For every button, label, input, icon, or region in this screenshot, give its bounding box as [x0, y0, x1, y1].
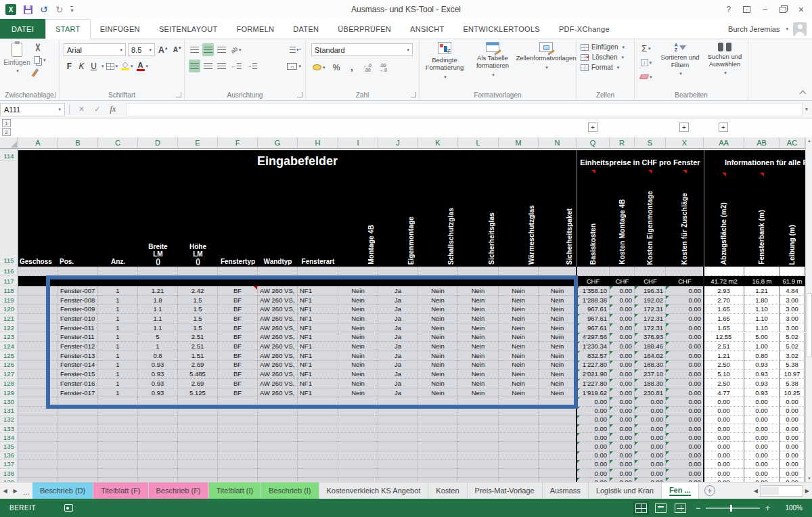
cell-N119[interactable]: Nein: [539, 296, 577, 305]
cell-J136[interactable]: [378, 451, 418, 460]
cell-H126[interactable]: NF1: [298, 361, 338, 370]
cell-N116[interactable]: [539, 267, 577, 276]
cell-AB124[interactable]: 1.00: [744, 342, 780, 351]
row-header-137[interactable]: 137: [0, 460, 18, 469]
cell-L118[interactable]: Nein: [458, 286, 499, 296]
column-header-D[interactable]: D: [138, 137, 178, 149]
cell-AB134[interactable]: 0.00: [744, 433, 780, 442]
cell-J122[interactable]: Ja: [378, 323, 418, 333]
cell-D135[interactable]: [138, 442, 178, 451]
cell-R135[interactable]: 0.00: [610, 442, 635, 451]
cell-C128[interactable]: 1: [98, 379, 138, 388]
cell-AB133[interactable]: 0.00: [744, 424, 780, 433]
cell-K120[interactable]: Nein: [418, 305, 458, 314]
cell-A122[interactable]: [18, 323, 58, 333]
cell-S134[interactable]: 0.00: [635, 433, 666, 442]
cell-G125[interactable]: AW 260 VS,: [258, 351, 298, 361]
row-header-120[interactable]: 120: [0, 305, 18, 314]
cell-A129[interactable]: [18, 388, 58, 398]
outline-level-1-button[interactable]: 1: [2, 119, 11, 127]
cell-N138[interactable]: [539, 469, 577, 478]
cell-M119[interactable]: Nein: [499, 296, 539, 305]
cell-L129[interactable]: Nein: [458, 388, 499, 398]
cell-M137[interactable]: [499, 460, 539, 469]
sheet-nav-right-icon[interactable]: ▶: [10, 482, 20, 499]
sheet-tab-titelblatt-f-[interactable]: Titelblatt (F): [93, 482, 148, 499]
cell-E137[interactable]: [178, 460, 218, 469]
delete-cells-button[interactable]: ×Löschen▾: [581, 53, 625, 61]
font-size-select[interactable]: 8.5▾: [128, 43, 155, 56]
cell-Q121[interactable]: 967.61: [577, 314, 610, 323]
autosum-button[interactable]: Σ▾: [639, 43, 654, 54]
cell-G133[interactable]: [258, 424, 298, 433]
cell-AB125[interactable]: 0.80: [744, 351, 780, 361]
cut-icon[interactable]: [34, 43, 42, 51]
cell-R121[interactable]: 0.00: [610, 314, 635, 323]
cell-AA130[interactable]: 0.00: [704, 397, 744, 406]
cell-G122[interactable]: AW 260 VS,: [258, 323, 298, 333]
cell-S120[interactable]: 172.31: [635, 305, 666, 314]
cell-F123[interactable]: BF: [218, 333, 258, 342]
align-right-button[interactable]: [216, 60, 227, 72]
cell-S124[interactable]: 188.46: [635, 342, 666, 351]
cell-L126[interactable]: Nein: [458, 361, 499, 370]
cell-J131[interactable]: [378, 407, 418, 415]
cell-F129[interactable]: BF: [218, 388, 258, 398]
cell-I129[interactable]: Nein: [338, 388, 378, 398]
cell-R123[interactable]: 0.00: [610, 333, 635, 342]
cell-S136[interactable]: 0.00: [635, 451, 666, 460]
sheet-nav-left-icon[interactable]: ◀: [0, 482, 10, 499]
row-header-126[interactable]: 126: [0, 361, 18, 370]
cell-E129[interactable]: 5.125: [178, 388, 218, 398]
cell-G127[interactable]: AW 260 VS,: [258, 369, 298, 379]
cell-AA121[interactable]: 1.65: [704, 314, 744, 323]
sheet-tab-kostenverkleich-ks-angebot[interactable]: Kostenverkleich KS Angebot: [319, 482, 429, 499]
cell-E135[interactable]: [178, 442, 218, 451]
cell-L123[interactable]: Nein: [458, 333, 499, 342]
cell-H131[interactable]: [298, 407, 338, 415]
cell-E131[interactable]: [178, 407, 218, 415]
cell-E130[interactable]: [178, 397, 218, 406]
cell-M126[interactable]: Nein: [499, 361, 539, 370]
cell-M123[interactable]: Nein: [499, 333, 539, 342]
cell-N121[interactable]: Nein: [539, 314, 577, 323]
cell-Q120[interactable]: 967.61: [577, 305, 610, 314]
cell-B132[interactable]: [58, 415, 98, 424]
row-header-132[interactable]: 132: [0, 415, 18, 424]
cell-R138[interactable]: 0.00: [610, 469, 635, 478]
cell-K128[interactable]: Nein: [418, 379, 458, 388]
borders-button[interactable]: ▾: [105, 60, 120, 72]
cell-H120[interactable]: NF1: [298, 305, 338, 314]
cell-N127[interactable]: Nein: [539, 369, 577, 379]
cell-A131[interactable]: [18, 407, 58, 415]
qat-customize-button[interactable]: ▾: [70, 6, 73, 14]
cell-AA136[interactable]: 0.00: [704, 451, 744, 460]
cell-K124[interactable]: Nein: [418, 342, 458, 351]
scroll-left-icon[interactable]: ◀: [754, 488, 758, 494]
cell-A126[interactable]: [18, 361, 58, 370]
page-layout-view-button[interactable]: [655, 503, 667, 513]
unit-cell-R117[interactable]: CHF: [610, 276, 635, 286]
cell-A125[interactable]: [18, 351, 58, 361]
cell-L121[interactable]: Nein: [458, 314, 499, 323]
cell-G135[interactable]: [258, 442, 298, 451]
cell-I123[interactable]: Nein: [338, 333, 378, 342]
cell-L124[interactable]: Nein: [458, 342, 499, 351]
row-header-119[interactable]: 119: [0, 296, 18, 305]
save-button[interactable]: [24, 5, 32, 14]
cell-N133[interactable]: [539, 424, 577, 433]
ribbon-tab-entwicklertools[interactable]: ENTWICKLERTOOLS: [453, 19, 549, 39]
cell-K138[interactable]: [418, 469, 458, 478]
restore-button[interactable]: [780, 7, 786, 13]
underline-button[interactable]: U: [88, 60, 99, 72]
cell-I119[interactable]: Nein: [338, 296, 378, 305]
cell-Q133[interactable]: 0.00: [577, 424, 610, 433]
cell-M116[interactable]: [499, 267, 539, 276]
cell-M138[interactable]: [499, 469, 539, 478]
unit-cell-X117[interactable]: CHF: [666, 276, 704, 286]
cell-D138[interactable]: [138, 469, 178, 478]
cell-K133[interactable]: [418, 424, 458, 433]
cell-J124[interactable]: Ja: [378, 342, 418, 351]
cell-M129[interactable]: Nein: [499, 388, 539, 398]
cell-D119[interactable]: 1.8: [138, 296, 178, 305]
